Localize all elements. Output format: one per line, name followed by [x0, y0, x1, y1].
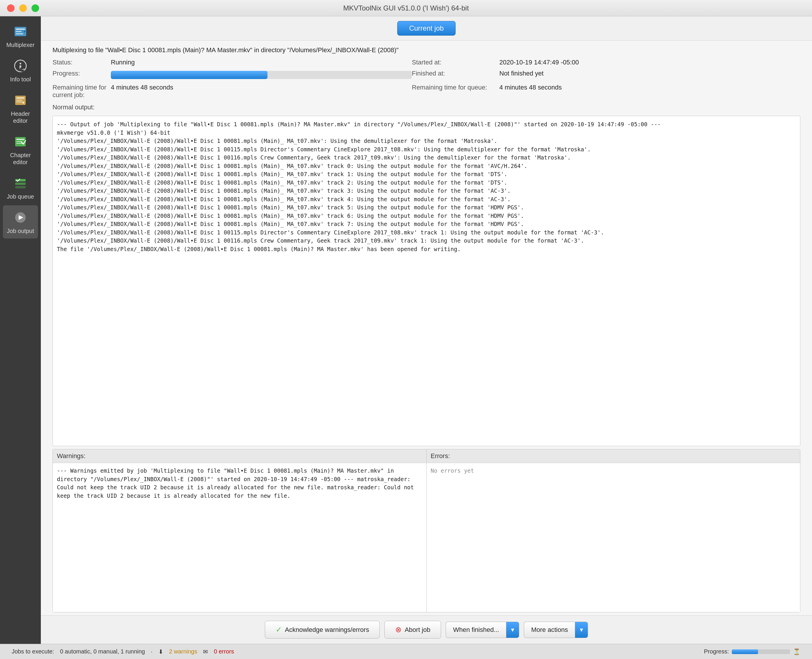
svg-rect-2: [16, 31, 22, 32]
remaining-label: Remaining time for current job:: [52, 84, 111, 99]
sidebar-item-queue-label: Job queue: [7, 193, 34, 200]
statusbar-progress: Progress: ⏳: [704, 648, 800, 655]
warnings-header: Warnings:: [53, 449, 426, 463]
started-label: Started at:: [412, 58, 499, 66]
current-job-button[interactable]: Current job: [397, 21, 456, 36]
errors-content[interactable]: No errors yet: [427, 463, 800, 612]
log-line: '/Volumes/Plex/_INBOX/Wall-E (2008)/Wall…: [57, 228, 796, 237]
statusbar-progress-fill: [732, 650, 758, 654]
progress-row: [111, 70, 412, 80]
log-line: '/Volumes/Plex/_INBOX/Wall-E (2008)/Wall…: [57, 187, 796, 195]
minimize-button[interactable]: [19, 5, 27, 12]
download-icon: ⬇: [158, 648, 163, 655]
finished-label: Finished at:: [412, 70, 499, 80]
maximize-button[interactable]: [32, 5, 39, 12]
log-line: '/Volumes/Plex/_INBOX/Wall-E (2008)/Wall…: [57, 162, 796, 170]
job-queue-icon: [12, 175, 28, 191]
main-layout: Multiplexer Info tool: [0, 16, 812, 644]
status-value: Running: [111, 58, 412, 66]
top-bar: Current job: [41, 16, 812, 41]
progress-bar-fill: [111, 71, 268, 79]
content-area: Current job Multiplexing to file "Wall•E…: [41, 16, 812, 644]
normal-output-label: Normal output:: [52, 104, 800, 111]
sidebar-item-chapter-editor[interactable]: Chapter editor: [3, 129, 38, 170]
queue-remaining-label: Remaining time for queue:: [412, 84, 499, 99]
sidebar-item-info-label: Info tool: [10, 76, 31, 83]
job-output-icon: [12, 210, 28, 226]
svg-rect-20: [16, 139, 25, 140]
log-line: '/Volumes/Plex/_INBOX/Wall-E (2008)/Wall…: [57, 203, 796, 212]
log-line: '/Volumes/Plex/_INBOX/Wall-E (2008)/Wall…: [57, 220, 796, 228]
header-editor-icon: [12, 92, 28, 109]
log-line: mkvmerge v51.0.0 ('I Wish') 64-bit: [57, 129, 796, 137]
errors-count: 0 errors: [214, 648, 234, 655]
checkmark-icon: ✓: [276, 625, 282, 634]
job-title: Multiplexing to file "Wall•E Disc 1 0008…: [52, 46, 800, 54]
queue-remaining-value: 4 minutes 48 seconds: [499, 84, 800, 99]
abort-icon: ⊗: [395, 625, 402, 634]
statusbar: Jobs to execute: 0 automatic, 0 manual, …: [0, 644, 812, 659]
log-line: '/Volumes/Plex/_INBOX/Wall-E (2008)/Wall…: [57, 137, 796, 145]
sidebar-item-header-label: Header editor: [5, 110, 36, 124]
sidebar-item-output-label: Job output: [7, 227, 34, 235]
abort-button[interactable]: ⊗ Abort job: [385, 621, 441, 639]
status-label: Status:: [52, 58, 111, 66]
svg-rect-13: [16, 98, 25, 99]
abort-label: Abort job: [405, 626, 430, 634]
warnings-errors-section: Warnings: --- Warnings emitted by job 'M…: [52, 449, 800, 612]
output-log[interactable]: --- Output of job 'Multiplexing to file …: [52, 116, 800, 446]
svg-rect-3: [16, 33, 23, 35]
log-line: The file '/Volumes/Plex/_INBOX/Wall-E (2…: [57, 245, 796, 254]
titlebar: MKVToolNix GUI v51.0.0 ('I Wish') 64-bit: [0, 0, 812, 16]
sidebar-item-job-queue[interactable]: Job queue: [3, 171, 38, 204]
svg-rect-1: [16, 28, 25, 30]
separator1: ·: [151, 648, 153, 655]
remaining-value: 4 minutes 48 seconds: [111, 84, 412, 99]
when-finished-button[interactable]: When finished...: [446, 622, 506, 638]
sidebar-item-multiplexer-label: Multiplexer: [6, 41, 35, 49]
sidebar-item-header-editor[interactable]: Header editor: [3, 88, 38, 128]
window-controls[interactable]: [7, 5, 39, 12]
log-line: --- Output of job 'Multiplexing to file …: [57, 120, 796, 129]
statusbar-progress-bar: [732, 650, 790, 654]
more-actions-dropdown[interactable]: ▾: [575, 622, 588, 638]
mail-icon: ✉: [203, 648, 208, 655]
log-line: '/Volumes/Plex/_INBOX/Wall-E (2008)/Wall…: [57, 236, 796, 245]
errors-header: Errors:: [427, 449, 800, 463]
status-grid: Status: Running Started at: 2020-10-19 1…: [52, 58, 800, 99]
errors-pane: Errors: No errors yet: [427, 449, 800, 612]
log-line: '/Volumes/Plex/_INBOX/Wall-E (2008)/Wall…: [57, 212, 796, 220]
sidebar-item-info-tool[interactable]: Info tool: [3, 54, 38, 87]
log-line: '/Volumes/Plex/_INBOX/Wall-E (2008)/Wall…: [57, 178, 796, 187]
warnings-content[interactable]: --- Warnings emitted by job 'Multiplexin…: [53, 463, 426, 612]
close-button[interactable]: [7, 5, 14, 12]
svg-point-6: [19, 63, 21, 65]
window-title: MKVToolNix GUI v51.0.0 ('I Wish') 64-bit: [343, 4, 469, 12]
sidebar-item-multiplexer[interactable]: Multiplexer: [3, 19, 38, 52]
log-line: '/Volumes/Plex/_INBOX/Wall-E (2008)/Wall…: [57, 170, 796, 178]
spinner-icon: ⏳: [793, 648, 800, 655]
info-tool-icon: [12, 58, 28, 74]
acknowledge-label: Acknowledge warnings/errors: [285, 626, 369, 634]
more-actions-button[interactable]: More actions: [524, 622, 575, 638]
svg-rect-14: [16, 100, 22, 101]
job-info: Multiplexing to file "Wall•E Disc 1 0008…: [41, 41, 812, 116]
svg-rect-21: [16, 141, 22, 142]
more-actions-group: More actions ▾: [524, 622, 588, 638]
svg-rect-24: [15, 183, 26, 185]
jobs-to-execute-value: 0 automatic, 0 manual, 1 running: [60, 648, 145, 655]
action-bar: ✓ Acknowledge warnings/errors ⊗ Abort jo…: [41, 615, 812, 644]
when-finished-group: When finished... ▾: [446, 622, 519, 638]
progress-bar: [111, 71, 412, 79]
acknowledge-button[interactable]: ✓ Acknowledge warnings/errors: [265, 621, 380, 639]
statusbar-progress-label: Progress:: [704, 648, 729, 655]
multiplexer-icon: [12, 23, 28, 39]
svg-rect-25: [15, 186, 26, 188]
warnings-count: 2 warnings: [169, 648, 197, 655]
sidebar-item-job-output[interactable]: Job output: [3, 205, 38, 238]
sidebar-item-chapter-label: Chapter editor: [5, 151, 36, 166]
log-line: '/Volumes/Plex/_INBOX/Wall-E (2008)/Wall…: [57, 153, 796, 162]
when-finished-dropdown[interactable]: ▾: [506, 622, 519, 638]
sidebar: Multiplexer Info tool: [0, 16, 41, 644]
started-value: 2020-10-19 14:47:49 -05:00: [499, 58, 800, 66]
